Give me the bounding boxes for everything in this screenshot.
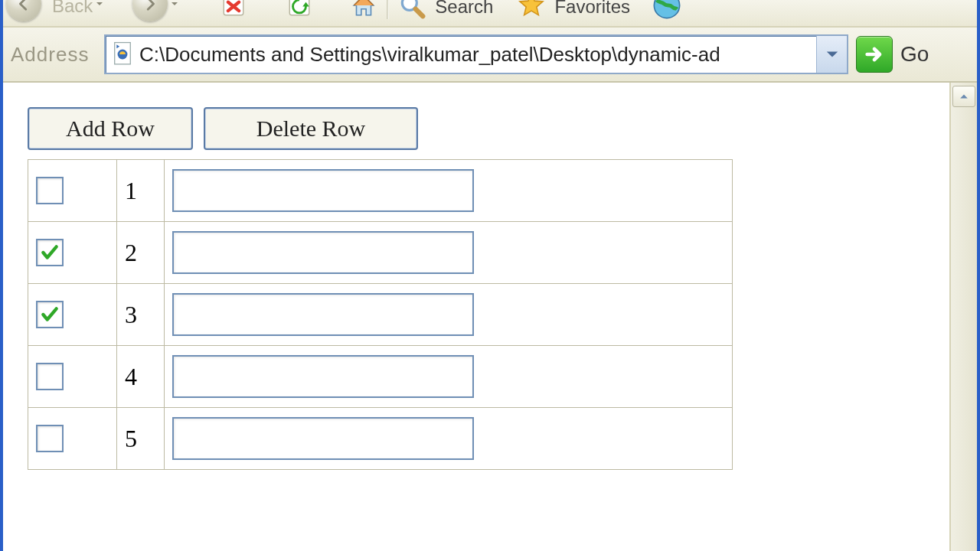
- row-text-input[interactable]: [172, 293, 474, 336]
- table-row: 4: [28, 346, 733, 408]
- input-cell: [165, 408, 733, 470]
- row-text-input[interactable]: [172, 169, 474, 212]
- row-text-input[interactable]: [172, 355, 474, 398]
- table-row: 1: [28, 160, 733, 222]
- row-number: 2: [117, 222, 165, 284]
- go-label: Go: [900, 42, 929, 67]
- favorites-button[interactable]: [514, 0, 548, 22]
- scroll-up-button[interactable]: [952, 86, 975, 107]
- row-number: 1: [117, 160, 165, 222]
- row-checkbox[interactable]: [36, 301, 64, 328]
- home-icon: [349, 0, 378, 20]
- arrow-right-icon: [142, 0, 158, 12]
- check-icon: [40, 243, 60, 262]
- page-content: Add Row Delete Row 12345: [3, 83, 951, 551]
- go-arrow-icon: [864, 44, 885, 65]
- chevron-up-icon: [959, 92, 969, 101]
- content-wrap: Add Row Delete Row 12345: [3, 83, 977, 551]
- address-input-box[interactable]: C:\Documents and Settings\viralkumar_pat…: [104, 34, 848, 74]
- row-checkbox[interactable]: [36, 239, 64, 266]
- address-label: Address: [11, 43, 96, 67]
- row-checkbox[interactable]: [36, 177, 64, 204]
- browser-window: Back: [0, 0, 980, 551]
- button-row: Add Row Delete Row: [28, 107, 925, 150]
- checkbox-cell: [28, 346, 117, 408]
- stop-button[interactable]: [217, 0, 250, 22]
- row-checkbox[interactable]: [36, 425, 64, 452]
- search-label: Search: [435, 0, 493, 13]
- row-number: 4: [117, 346, 165, 408]
- refresh-icon: [286, 0, 312, 18]
- media-button[interactable]: [650, 0, 684, 22]
- navigation-toolbar: Back: [3, 0, 977, 28]
- checkbox-cell: [28, 160, 117, 222]
- home-button[interactable]: [347, 0, 381, 22]
- toolbar-divider: [387, 0, 389, 19]
- input-cell: [165, 346, 733, 408]
- table-row: 2: [28, 222, 733, 284]
- row-number: 3: [117, 284, 165, 346]
- row-text-input[interactable]: [172, 231, 474, 274]
- stop-icon: [220, 0, 247, 18]
- address-toolbar: Address C:\Documents and Settings\viralk…: [3, 28, 977, 83]
- table-row: 5: [28, 408, 733, 470]
- go-button[interactable]: [856, 36, 893, 73]
- row-text-input[interactable]: [172, 417, 474, 460]
- checkbox-cell: [28, 408, 117, 470]
- forward-dropdown[interactable]: [171, 0, 183, 16]
- checkbox-cell: [28, 284, 117, 346]
- star-icon: [517, 0, 546, 20]
- input-cell: [165, 160, 733, 222]
- address-url: C:\Documents and Settings\viralkumar_pat…: [139, 43, 816, 67]
- chevron-down-icon: [825, 47, 839, 61]
- globe-icon: [652, 0, 682, 21]
- add-row-button[interactable]: Add Row: [28, 107, 193, 150]
- forward-button[interactable]: [132, 0, 168, 21]
- address-dropdown[interactable]: [816, 36, 847, 73]
- arrow-left-icon: [15, 0, 32, 12]
- favorites-label: Favorites: [554, 0, 630, 13]
- row-number: 5: [117, 408, 165, 470]
- page-icon: [106, 36, 139, 73]
- refresh-button[interactable]: [283, 0, 316, 22]
- checkbox-cell: [28, 222, 117, 284]
- search-icon: [397, 0, 426, 20]
- back-label: Back: [52, 0, 93, 12]
- search-button[interactable]: [395, 0, 429, 22]
- data-table: 12345: [28, 159, 733, 470]
- table-row: 3: [28, 284, 733, 346]
- back-dropdown[interactable]: [96, 0, 108, 16]
- delete-row-button[interactable]: Delete Row: [204, 107, 418, 150]
- vertical-scrollbar[interactable]: [951, 83, 977, 551]
- input-cell: [165, 284, 733, 346]
- input-cell: [165, 222, 733, 284]
- row-checkbox[interactable]: [36, 363, 64, 390]
- back-button[interactable]: [6, 0, 41, 21]
- check-icon: [40, 305, 60, 324]
